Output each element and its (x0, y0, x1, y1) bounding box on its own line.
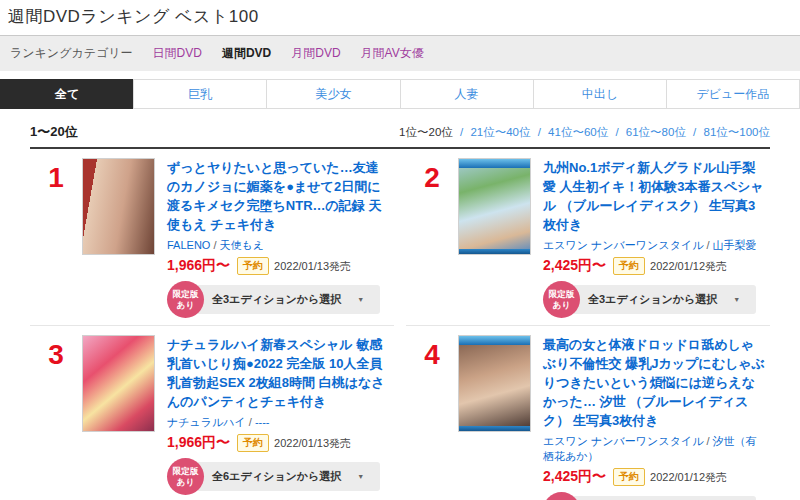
ranking-grid: 1 ずっとヤりたいと思っていた…友達のカノジョに媚薬を●ませて2日間に渡るキメセ… (30, 149, 770, 500)
actress-link[interactable]: 天使もえ (219, 239, 264, 251)
item-title-link[interactable]: ずっとヤりたいと思っていた…友達のカノジョに媚薬を●ませて2日間に渡るキメセク完… (167, 158, 390, 234)
edition-row: 限定版あり 全3エディションから選択▼ (543, 281, 766, 318)
rank-pagination: 1位〜20位 / 21位〜40位 / 41位〜60位 / 61位〜80位 / 8… (399, 125, 770, 140)
limited-badge-line2: あり (177, 477, 194, 487)
separator: / (249, 416, 252, 428)
release-date: 2022/01/13発売 (274, 259, 351, 274)
price-line: 2,425円〜 予約 2022/01/12発売 (543, 468, 766, 486)
edition-select-dropdown[interactable]: 全3エディションから選択▼ (194, 285, 380, 314)
limited-edition-badge: 限定版あり (167, 458, 204, 495)
maker-link[interactable]: エスワン ナンバーワンスタイル (543, 435, 703, 447)
maker-link[interactable]: ナチュラルハイ (167, 416, 246, 428)
maker-link[interactable]: FALENO (167, 239, 210, 251)
category-monthly-dvd[interactable]: 月間DVD (291, 45, 340, 62)
page-link-1-20: 1位〜20位 (399, 126, 453, 138)
page-link-81-100[interactable]: 81位〜100位 (704, 126, 770, 138)
item-title-link[interactable]: 最高の女と体液ドロッドロ舐めしゃぶり不倫性交 爆乳Jカップにむしゃぶりつきたいと… (543, 335, 766, 430)
separator: / (706, 435, 709, 447)
maker-link[interactable]: エスワン ナンバーワンスタイル (543, 239, 703, 251)
cover-thumbnail[interactable] (82, 335, 155, 432)
separator: / (615, 126, 618, 138)
rank-number: 1 (30, 158, 82, 318)
limited-edition-badge: 限定版あり (167, 281, 204, 318)
maker-line: FALENO/天使もえ (167, 238, 390, 253)
separator: / (706, 239, 709, 251)
genre-tabs: 全て 巨乳 美少女 人妻 中出し デビュー作品 (0, 79, 800, 109)
chevron-down-icon: ▼ (733, 296, 740, 303)
cover-thumbnail[interactable] (458, 335, 531, 432)
ranking-item-2: 2 九州No.1ボディ新人グラドル山手梨愛 人生初イキ！初体験3本番スペシャル … (406, 149, 770, 326)
tab-busty[interactable]: 巨乳 (133, 79, 267, 109)
ranking-item-3: 3 ナチュラルハイ新春スペシャル 敏感乳首いじり痴●2022 完全版 10人全員… (30, 326, 394, 500)
rank-number: 4 (406, 335, 458, 500)
price-line: 1,966円〜 予約 2022/01/13発売 (167, 434, 390, 452)
tab-debut[interactable]: デビュー作品 (666, 79, 800, 109)
edition-row: 限定版あり 全3エディションから選択▼ (543, 492, 766, 500)
limited-badge-line1: 限定版 (173, 466, 199, 476)
reserve-badge: 予約 (613, 468, 645, 486)
limited-badge-line2: あり (553, 300, 570, 310)
item-title-link[interactable]: ナチュラルハイ新春スペシャル 敏感乳首いじり痴●2022 完全版 10人全員乳首… (167, 335, 390, 411)
reserve-badge: 予約 (237, 257, 269, 275)
edition-select-dropdown[interactable]: 全6エディションから選択▼ (194, 462, 380, 491)
limited-badge-line1: 限定版 (173, 289, 199, 299)
tab-all[interactable]: 全て (0, 79, 134, 109)
page-header: 週間DVDランキング ベスト100 (0, 0, 800, 36)
page-link-41-60[interactable]: 41位〜60位 (548, 126, 608, 138)
reserve-badge: 予約 (613, 257, 645, 275)
separator: / (693, 126, 696, 138)
release-date: 2022/01/12発売 (650, 470, 727, 485)
tab-married[interactable]: 人妻 (400, 79, 534, 109)
limited-badge-line2: あり (177, 300, 194, 310)
tab-beautiful-girl[interactable]: 美少女 (266, 79, 400, 109)
category-bar-label: ランキングカテゴリー (10, 45, 133, 62)
ranking-category-bar: ランキングカテゴリー 日間DVD 週間DVD 月間DVD 月間AV女優 (0, 36, 800, 71)
edition-select-dropdown[interactable]: 全3エディションから選択▼ (570, 285, 756, 314)
page-link-21-40[interactable]: 21位〜40位 (470, 126, 530, 138)
separator: / (213, 239, 216, 251)
maker-line: エスワン ナンバーワンスタイル/汐世（有栖花あか） (543, 434, 766, 464)
chevron-down-icon: ▼ (357, 296, 364, 303)
price-line: 1,966円〜 予約 2022/01/13発売 (167, 257, 390, 275)
page-link-61-80[interactable]: 61位〜80位 (626, 126, 686, 138)
actress-link[interactable]: ---- (255, 416, 270, 428)
tab-nakadashi[interactable]: 中出し (533, 79, 667, 109)
rank-number: 2 (406, 158, 458, 318)
price: 2,425円〜 (543, 257, 606, 275)
price: 1,966円〜 (167, 257, 230, 275)
category-monthly-av-actress[interactable]: 月間AV女優 (361, 45, 424, 62)
edition-select-dropdown[interactable]: 全3エディションから選択▼ (570, 496, 756, 500)
category-weekly-dvd: 週間DVD (222, 45, 271, 62)
release-date: 2022/01/12発売 (650, 259, 727, 274)
page-title: 週間DVDランキング ベスト100 (8, 5, 792, 28)
edition-row: 限定版あり 全3エディションから選択▼ (167, 281, 390, 318)
price: 2,425円〜 (543, 468, 606, 486)
price-line: 2,425円〜 予約 2022/01/12発売 (543, 257, 766, 275)
actress-link[interactable]: 山手梨愛 (712, 239, 756, 251)
range-header: 1〜20位 1位〜20位 / 21位〜40位 / 41位〜60位 / 61位〜8… (30, 123, 770, 141)
rank-number: 3 (30, 335, 82, 500)
release-date: 2022/01/13発売 (274, 436, 351, 451)
edition-select-label: 全3エディションから選択 (588, 292, 717, 307)
edition-select-label: 全6エディションから選択 (212, 469, 341, 484)
limited-badge-line1: 限定版 (549, 289, 575, 299)
separator: / (460, 126, 463, 138)
edition-row: 限定版あり 全6エディションから選択▼ (167, 458, 390, 495)
separator: / (538, 126, 541, 138)
item-title-link[interactable]: 九州No.1ボディ新人グラドル山手梨愛 人生初イキ！初体験3本番スペシャル （ブ… (543, 158, 766, 234)
maker-line: エスワン ナンバーワンスタイル/山手梨愛 (543, 238, 766, 253)
category-daily-dvd[interactable]: 日間DVD (153, 45, 202, 62)
price: 1,966円〜 (167, 434, 230, 452)
cover-thumbnail[interactable] (82, 158, 155, 255)
maker-line: ナチュラルハイ/---- (167, 415, 390, 430)
chevron-down-icon: ▼ (357, 473, 364, 480)
ranking-item-1: 1 ずっとヤりたいと思っていた…友達のカノジョに媚薬を●ませて2日間に渡るキメセ… (30, 149, 394, 326)
reserve-badge: 予約 (237, 434, 269, 452)
limited-edition-badge: 限定版あり (543, 281, 580, 318)
cover-thumbnail[interactable] (458, 158, 531, 255)
range-label: 1〜20位 (30, 123, 78, 141)
ranking-item-4: 4 最高の女と体液ドロッドロ舐めしゃぶり不倫性交 爆乳Jカップにむしゃぶりつきた… (406, 326, 770, 500)
edition-select-label: 全3エディションから選択 (212, 292, 341, 307)
